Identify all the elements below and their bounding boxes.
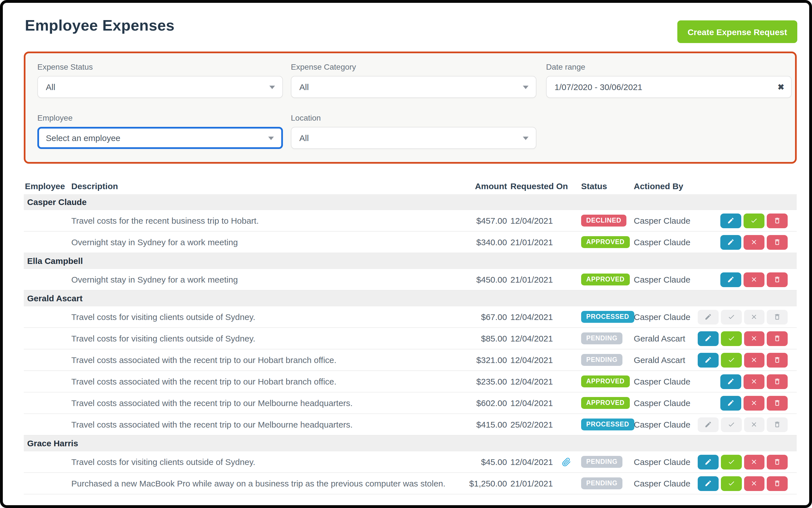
status-badge: PENDING xyxy=(581,456,622,468)
expense-actioned-by: Gerald Ascart xyxy=(634,355,698,365)
decline-button[interactable] xyxy=(744,374,764,389)
row-actions xyxy=(698,374,797,389)
delete-button[interactable] xyxy=(767,331,788,346)
expense-description: Travel costs for the recent business tri… xyxy=(71,216,447,225)
expense-row: Travel costs for visiting clients outsid… xyxy=(24,306,797,328)
edit-button[interactable] xyxy=(698,352,719,367)
expense-requested-on: 12/04/2021 xyxy=(507,377,581,386)
edit-button[interactable] xyxy=(720,374,741,389)
delete-button[interactable] xyxy=(767,374,788,389)
decline-button[interactable] xyxy=(744,272,764,287)
row-actions xyxy=(698,352,797,367)
chevron-down-icon xyxy=(269,86,275,89)
delete-button[interactable] xyxy=(767,476,788,491)
location-select[interactable]: All xyxy=(291,127,536,149)
expense-description: Travel costs for visiting clients outsid… xyxy=(71,312,447,322)
expense-requested-on: 12/04/2021 xyxy=(507,334,581,343)
status-badge: PENDING xyxy=(581,333,622,344)
group-header-row: Grace Harris xyxy=(24,435,797,451)
trash-icon xyxy=(773,335,781,342)
decline-button xyxy=(744,417,765,432)
check-icon xyxy=(727,335,735,342)
edit-button[interactable] xyxy=(720,213,741,228)
x-clear-icon[interactable]: ✖ xyxy=(778,83,784,91)
approve-button[interactable] xyxy=(721,331,742,346)
trash-icon xyxy=(773,421,781,428)
delete-button[interactable] xyxy=(767,352,788,367)
delete-button[interactable] xyxy=(767,213,788,228)
edit-button[interactable] xyxy=(698,331,719,346)
decline-button[interactable] xyxy=(744,331,765,346)
location-value: All xyxy=(299,133,309,143)
expense-actioned-by: Gerald Ascart xyxy=(634,334,698,343)
expense-row: Travel costs associated with the recent … xyxy=(24,392,797,414)
check-icon xyxy=(727,356,735,364)
expense-row: Travel costs associated with the recent … xyxy=(24,414,797,435)
edit-button[interactable] xyxy=(720,395,741,410)
approve-button[interactable] xyxy=(721,352,742,367)
trash-icon xyxy=(773,458,781,466)
row-actions xyxy=(698,417,797,432)
x-icon xyxy=(750,399,758,407)
decline-button[interactable] xyxy=(744,235,764,250)
pencil-icon xyxy=(727,217,734,224)
decline-button[interactable] xyxy=(744,352,765,367)
check-icon xyxy=(727,458,735,466)
expense-actioned-by: Casper Claude xyxy=(634,275,698,284)
employee-label: Employee xyxy=(37,113,283,122)
expense-amount: $602.00 xyxy=(447,398,507,408)
approve-button[interactable] xyxy=(721,476,742,491)
status-badge: PROCESSED xyxy=(581,419,634,430)
decline-button[interactable] xyxy=(744,476,765,491)
expense-requested-on: 21/01/2021 xyxy=(507,275,581,284)
employee-expenses-page: Employee Expenses Create Expense Request… xyxy=(0,0,812,508)
filter-expense-status: Expense Status All xyxy=(37,62,283,98)
edit-button[interactable] xyxy=(720,272,741,287)
delete-button[interactable] xyxy=(767,455,788,469)
decline-button[interactable] xyxy=(744,455,765,469)
x-icon xyxy=(751,313,758,321)
row-actions xyxy=(698,395,797,410)
row-actions xyxy=(698,476,797,491)
status-badge: PENDING xyxy=(581,354,622,366)
chevron-down-icon xyxy=(523,136,528,140)
expense-category-select[interactable]: All xyxy=(291,76,536,98)
expenses-table-body: Casper ClaudeTravel costs for the recent… xyxy=(24,194,797,495)
expense-description: Travel costs associated with the recent … xyxy=(71,377,447,386)
decline-button[interactable] xyxy=(744,395,764,410)
edit-button[interactable] xyxy=(698,476,719,491)
delete-button[interactable] xyxy=(767,272,788,287)
date-range-input[interactable]: 1/07/2020 - 30/06/2021 ✖ xyxy=(546,76,792,98)
edit-button xyxy=(698,417,719,432)
group-header-row: Casper Claude xyxy=(24,194,797,210)
expense-status-select[interactable]: All xyxy=(37,76,283,98)
trash-icon xyxy=(773,313,781,321)
expense-actioned-by: Casper Claude xyxy=(634,237,698,247)
status-badge: APPROVED xyxy=(581,376,630,387)
edit-button[interactable] xyxy=(698,455,719,469)
trash-icon xyxy=(773,217,781,224)
status-badge: DECLINED xyxy=(581,215,626,226)
expense-requested-on: 12/04/2021 xyxy=(507,312,581,322)
delete-button[interactable] xyxy=(767,235,788,250)
expense-description: Overnight stay in Sydney for a work meet… xyxy=(71,237,447,247)
expense-actioned-by: Casper Claude xyxy=(634,457,698,467)
expense-actioned-by: Casper Claude xyxy=(634,312,698,322)
pencil-icon xyxy=(727,378,734,385)
approve-button[interactable] xyxy=(721,455,742,469)
edit-button[interactable] xyxy=(720,235,741,250)
expense-row: Purchased a new MacBook Pro while away o… xyxy=(24,473,797,495)
approve-button[interactable] xyxy=(744,213,764,228)
delete-button[interactable] xyxy=(767,395,788,410)
expense-category-value: All xyxy=(299,82,309,92)
date-range-label: Date range xyxy=(546,62,792,71)
paperclip-icon xyxy=(562,457,571,466)
x-icon xyxy=(751,356,758,364)
expense-actioned-by: Casper Claude xyxy=(634,420,698,429)
create-expense-request-button[interactable]: Create Expense Request xyxy=(677,20,797,43)
expense-amount: $1,250.00 xyxy=(447,478,507,488)
expense-actioned-by: Casper Claude xyxy=(634,216,698,225)
employee-select[interactable]: Select an employee xyxy=(37,127,283,149)
check-icon xyxy=(750,217,758,224)
column-header-employee: Employee xyxy=(24,181,71,190)
